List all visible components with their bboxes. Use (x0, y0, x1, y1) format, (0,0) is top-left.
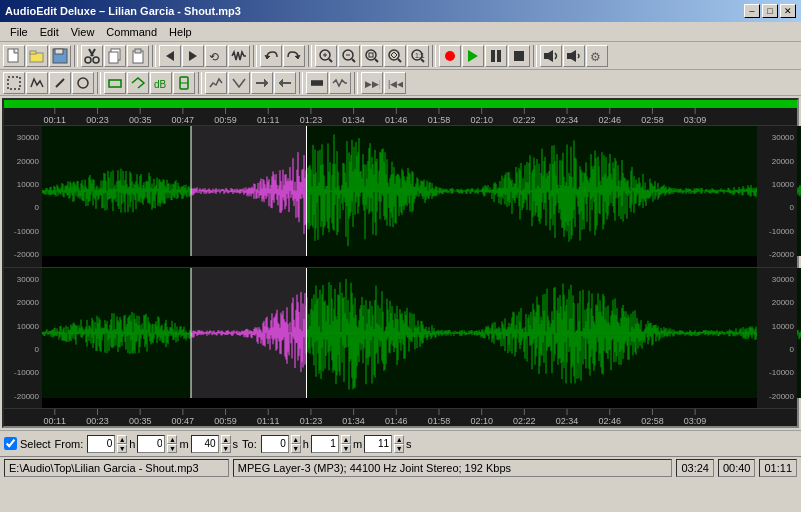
menu-view[interactable]: View (65, 25, 101, 39)
menu-help[interactable]: Help (163, 25, 198, 39)
tb2-b11[interactable] (274, 72, 296, 94)
to-minutes-spin[interactable]: ▲▼ (341, 435, 351, 453)
select-checkbox-label[interactable]: Select (4, 437, 51, 450)
from-hours-spin[interactable]: ▲▼ (117, 435, 127, 453)
tb2-b6[interactable]: dB (150, 72, 172, 94)
status-bar: E:\Audio\Top\Lilian Garcia - Shout.mp3 M… (0, 456, 801, 478)
from-min-down[interactable]: ▼ (167, 444, 177, 453)
svg-rect-39 (8, 77, 20, 89)
svg-text:01:46: 01:46 (385, 416, 408, 426)
tb2-b12[interactable] (306, 72, 328, 94)
to-minutes[interactable] (311, 435, 339, 453)
to-hours-up[interactable]: ▲ (291, 435, 301, 444)
to-sec-up[interactable]: ▲ (394, 435, 404, 444)
tb-open[interactable] (26, 45, 48, 67)
svg-text:02:58: 02:58 (641, 115, 664, 125)
from-seconds-spin[interactable]: ▲▼ (221, 435, 231, 453)
tb2-b13[interactable] (329, 72, 351, 94)
channel-top[interactable]: 30000 20000 10000 0 -10000 -20000 30000 … (4, 126, 797, 268)
to-seconds-spin[interactable]: ▲▼ (394, 435, 404, 453)
select-checkbox[interactable] (4, 437, 17, 450)
tb-prev[interactable] (159, 45, 181, 67)
from-minutes[interactable] (137, 435, 165, 453)
menu-command[interactable]: Command (100, 25, 163, 39)
svg-rect-2 (30, 51, 36, 54)
svg-point-41 (78, 78, 88, 88)
position-indicator[interactable] (4, 100, 797, 108)
svg-text:02:10: 02:10 (470, 416, 493, 426)
svg-marker-37 (567, 50, 576, 62)
from-hours-down[interactable]: ▼ (117, 444, 127, 453)
svg-rect-25 (369, 53, 373, 57)
toolbar-sep-4 (308, 45, 312, 67)
tb2-b9[interactable] (228, 72, 250, 94)
to-hours-down[interactable]: ▼ (291, 444, 301, 453)
tb2-b14[interactable]: ▶▶| (361, 72, 383, 94)
tb-next[interactable] (182, 45, 204, 67)
tb-redo[interactable] (283, 45, 305, 67)
svg-text:00:11: 00:11 (44, 416, 67, 426)
from-sec-up[interactable]: ▲ (221, 435, 231, 444)
svg-text:02:10: 02:10 (470, 115, 493, 125)
tb2-b15[interactable]: |◀◀ (384, 72, 406, 94)
to-seconds[interactable] (364, 435, 392, 453)
tb2-b2[interactable] (49, 72, 71, 94)
tb2-select[interactable] (3, 72, 25, 94)
tb-play[interactable] (462, 45, 484, 67)
from-seconds[interactable] (191, 435, 219, 453)
tb2-b8[interactable] (205, 72, 227, 94)
tb-zoom-fit[interactable] (384, 45, 406, 67)
to-min-down[interactable]: ▼ (341, 444, 351, 453)
from-hours-up[interactable]: ▲ (117, 435, 127, 444)
svg-text:00:35: 00:35 (129, 416, 152, 426)
tb2-b10[interactable] (251, 72, 273, 94)
tb-loop[interactable]: ⟲ (205, 45, 227, 67)
tb-zoom-in[interactable] (315, 45, 337, 67)
close-button[interactable]: ✕ (780, 4, 796, 18)
menu-edit[interactable]: Edit (34, 25, 65, 39)
tb-copy[interactable] (104, 45, 126, 67)
tb-record[interactable] (439, 45, 461, 67)
from-minutes-spin[interactable]: ▲▼ (167, 435, 177, 453)
tb-vol-up[interactable] (540, 45, 562, 67)
tb-undo[interactable] (260, 45, 282, 67)
from-min-up[interactable]: ▲ (167, 435, 177, 444)
tb-zoom-reset[interactable]: 1:1 (407, 45, 429, 67)
tb-stop[interactable] (508, 45, 530, 67)
status-filepath: E:\Audio\Top\Lilian Garcia - Shout.mp3 (4, 459, 229, 477)
svg-rect-48 (311, 81, 323, 85)
tb-new[interactable] (3, 45, 25, 67)
tb-zoom-out[interactable] (338, 45, 360, 67)
tb-zoom-sel[interactable] (361, 45, 383, 67)
tb2-b1[interactable] (26, 72, 48, 94)
tb-wave[interactable] (228, 45, 250, 67)
from-hours[interactable] (87, 435, 115, 453)
toolbar2-sep-4 (354, 72, 358, 94)
to-sec-down[interactable]: ▼ (394, 444, 404, 453)
menu-file[interactable]: File (4, 25, 34, 39)
tb-save[interactable] (49, 45, 71, 67)
tb-cut[interactable] (81, 45, 103, 67)
svg-rect-4 (55, 49, 63, 54)
maximize-button[interactable]: □ (762, 4, 778, 18)
to-min-up[interactable]: ▲ (341, 435, 351, 444)
tb-settings[interactable]: ⚙ (586, 45, 608, 67)
channel-bottom[interactable]: 30000 20000 10000 0 -10000 -20000 30000 … (4, 268, 797, 409)
y-axis-left-top: 30000 20000 10000 0 -10000 -20000 (4, 126, 42, 267)
select-label: Select (20, 438, 51, 450)
minimize-button[interactable]: – (744, 4, 760, 18)
tb2-b5[interactable] (127, 72, 149, 94)
to-hours-spin[interactable]: ▲▼ (291, 435, 301, 453)
tb2-b7[interactable] (173, 72, 195, 94)
from-sec-down[interactable]: ▼ (221, 444, 231, 453)
svg-text:00:59: 00:59 (214, 115, 237, 125)
to-hours[interactable] (261, 435, 289, 453)
svg-text:00:35: 00:35 (129, 115, 152, 125)
svg-text:00:47: 00:47 (172, 416, 195, 426)
tb-paste[interactable] (127, 45, 149, 67)
tb-vol-down[interactable] (563, 45, 585, 67)
tb2-b3[interactable] (72, 72, 94, 94)
svg-text:01:11: 01:11 (257, 416, 280, 426)
tb2-b4[interactable] (104, 72, 126, 94)
tb-pause[interactable] (485, 45, 507, 67)
